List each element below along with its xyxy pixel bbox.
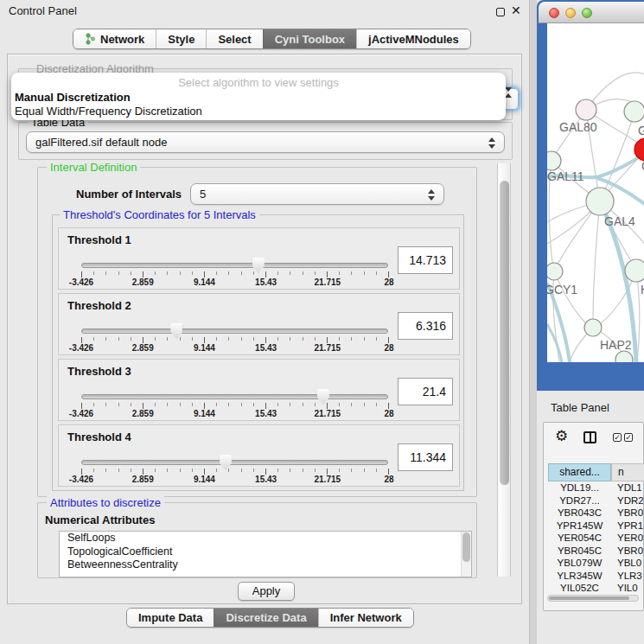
tab-discretize-data[interactable]: Discretize Data — [214, 609, 317, 627]
threshold-4-value-field[interactable]: 11.344 — [398, 443, 453, 471]
table-cell[interactable]: YBL079W — [548, 557, 611, 570]
threshold-2-slider[interactable] — [81, 328, 388, 334]
table-cell[interactable]: YBL0 — [611, 557, 644, 570]
tick-label: 15.43 — [255, 475, 277, 484]
tick-label: 21.715 — [315, 277, 341, 287]
table-row[interactable]: YIL052CYIL0 — [548, 582, 644, 592]
attribute-list-item[interactable]: BetweennessCentrality — [60, 558, 471, 572]
column-header-name[interactable]: n — [611, 463, 644, 481]
column-layout-icon[interactable] — [583, 431, 596, 443]
tab-infer-network[interactable]: Infer Network — [318, 609, 413, 627]
popup-option-manual-discretization[interactable]: Manual Discretization — [15, 91, 131, 104]
table-row[interactable]: YPR145WYPR1 — [548, 520, 644, 532]
attribute-list-item[interactable]: SelfLoops — [60, 532, 471, 545]
column-header-shared-name[interactable]: shared... — [548, 463, 611, 481]
slider-tick-labels: -3.4262.8599.14415.4321.71528 — [59, 475, 459, 485]
tick-label: 28 — [384, 343, 393, 353]
table-row[interactable]: YBR043CYBR0 — [548, 507, 644, 520]
checked-checkbox-icon[interactable]: ✓ — [624, 433, 633, 442]
attributes-list-scrollbar[interactable] — [461, 532, 471, 577]
network-node[interactable] — [615, 351, 633, 362]
table-header-row: shared... n — [548, 463, 644, 481]
slider-tick-labels: -3.4262.8599.14415.4321.71528 — [59, 343, 459, 354]
table-cell[interactable]: YBR0 — [611, 545, 644, 558]
network-node[interactable] — [586, 188, 614, 215]
tab-label: Infer Network — [330, 611, 402, 624]
gear-icon[interactable]: ⚙ — [555, 427, 568, 445]
apply-button[interactable]: Apply — [238, 582, 295, 601]
popup-option-equal-width[interactable]: Equal Width/Frequency Discretization — [15, 105, 202, 118]
threshold-2-value-field[interactable]: 6.316 — [398, 312, 453, 340]
tab-network[interactable]: Network — [73, 29, 156, 48]
tab-style[interactable]: Style — [156, 29, 206, 48]
settings-vertical-scrollbar[interactable] — [497, 163, 511, 577]
table-cell[interactable]: YPR1 — [611, 520, 644, 532]
table-row[interactable]: YER054CYER0 — [548, 532, 644, 545]
close-traffic-light-icon[interactable] — [549, 8, 559, 18]
numerical-attributes-list[interactable]: SelfLoopsTopologicalCoefficientBetweenne… — [59, 531, 472, 577]
tick-label: 9.144 — [194, 343, 215, 353]
threshold-4-slider[interactable] — [81, 460, 388, 465]
table-cell[interactable]: YBR043C — [548, 507, 611, 520]
tab-cyni-toolbox[interactable]: Cyni Toolbox — [263, 29, 356, 48]
table-cell[interactable]: YDL1 — [611, 481, 644, 494]
table-row[interactable]: YBR045CYBR0 — [548, 545, 644, 558]
scrollbar-thumb[interactable] — [462, 532, 470, 562]
checked-checkbox-icon[interactable]: ✓ — [613, 433, 622, 442]
tick-label: -3.426 — [69, 409, 93, 418]
network-window-titlebar[interactable] — [539, 2, 644, 23]
zoom-traffic-light-icon[interactable] — [582, 8, 592, 18]
table-data-value: galFiltered.sif default node — [35, 136, 167, 149]
table-row[interactable]: YLR345WYLR3 — [548, 570, 644, 583]
table-cell[interactable]: YLR3 — [611, 570, 644, 583]
network-node[interactable] — [576, 99, 596, 120]
table-cell[interactable]: YDL19... — [548, 481, 611, 494]
network-node[interactable] — [584, 319, 602, 336]
table-row[interactable]: YDL19...YDL1 — [548, 481, 644, 494]
threshold-1-value-field[interactable]: 14.713 — [398, 246, 453, 274]
minimize-traffic-light-icon[interactable] — [565, 8, 576, 18]
attribute-list-item[interactable]: TopologicalCoefficient — [60, 545, 471, 559]
number-of-intervals-value: 5 — [200, 188, 206, 201]
tab-jactivemnodules[interactable]: jActiveMNodules — [356, 29, 470, 48]
network-view-window: GAL80GCGAL11GAL4GCY1HHAP2 — [537, 0, 644, 391]
table-cell[interactable]: YBR045C — [548, 545, 611, 558]
panel-divider[interactable] — [529, 0, 537, 644]
table-horizontal-scrollbar[interactable] — [547, 595, 639, 602]
table-cell[interactable]: YBR0 — [611, 507, 644, 520]
close-icon[interactable]: ✕ — [511, 3, 521, 17]
tick-label: 28 — [384, 277, 393, 287]
table-cell[interactable]: YER0 — [611, 532, 644, 545]
threshold-value: 14.713 — [409, 247, 446, 273]
tab-label: Discretize Data — [226, 611, 306, 624]
algorithm-dropdown-popup: Select algorithm to view settings Manual… — [11, 73, 506, 120]
number-of-intervals-select[interactable]: 5 — [190, 183, 444, 205]
table-cell[interactable]: YDR2 — [611, 494, 644, 507]
tick-label: 21.715 — [315, 409, 341, 418]
table-cell[interactable]: YDR27... — [548, 494, 611, 507]
network-canvas[interactable]: GAL80GCGAL11GAL4GCY1HHAP2 — [547, 23, 644, 362]
network-node[interactable] — [624, 101, 644, 122]
table-cell[interactable]: YER054C — [548, 532, 611, 545]
control-panel: Control Panel ✕ Network Style Select Cyn… — [0, 0, 529, 644]
table-row[interactable]: YBL079WYBL0 — [548, 557, 644, 570]
tab-select[interactable]: Select — [206, 29, 262, 48]
threshold-1-slider[interactable] — [81, 263, 388, 268]
threshold-3-slider[interactable] — [81, 394, 388, 399]
scrollbar-thumb[interactable] — [549, 596, 629, 600]
table-cell[interactable]: YLR345W — [548, 570, 611, 583]
network-node[interactable] — [547, 151, 561, 170]
tab-impute-data[interactable]: Impute Data — [127, 609, 214, 627]
float-window-icon[interactable] — [496, 8, 505, 16]
attributes-to-discretize-group: Attributes to discretize Numerical Attri… — [37, 502, 477, 578]
network-node[interactable] — [547, 263, 563, 280]
threshold-3-value-field[interactable]: 21.4 — [398, 378, 453, 405]
network-node[interactable] — [625, 259, 644, 282]
table-cell[interactable]: YPR145W — [548, 520, 611, 532]
scrollbar-thumb[interactable] — [500, 181, 509, 485]
table-cell[interactable]: YIL052C — [548, 582, 611, 592]
table-row[interactable]: YDR27...YDR2 — [548, 494, 644, 507]
table-cell[interactable]: YIL0 — [611, 582, 644, 592]
table-data-select[interactable]: galFiltered.sif default node — [26, 131, 505, 153]
threshold-2-box: Threshold 2 -3.4262.8599.14415.4321.7152… — [58, 293, 460, 355]
